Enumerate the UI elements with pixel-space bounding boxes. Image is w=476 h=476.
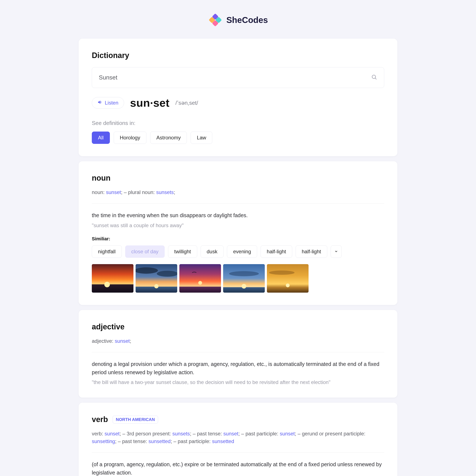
similar-chip[interactable]: dusk [201, 245, 224, 258]
similar-label: Similiar: [92, 236, 384, 242]
noun-definition: the time in the evening when the sun dis… [92, 211, 384, 220]
phonetic: /ˈsənˌset/ [175, 100, 198, 106]
similar-chip[interactable]: half-light [260, 245, 292, 258]
filter-chip-horology[interactable]: Horology [114, 132, 146, 144]
svg-point-15 [229, 271, 259, 276]
filter-chip-law[interactable]: Law [191, 132, 212, 144]
sunset-thumb-5[interactable] [267, 264, 308, 293]
svg-point-19 [286, 284, 290, 287]
noun-example: "sunset was still a couple of hours away… [92, 222, 384, 228]
adjective-forms: adjective: sunset; [92, 337, 384, 352]
word-form: sunsets [156, 189, 174, 195]
noun-forms: noun: sunset; – plural noun: sunsets; [92, 188, 384, 204]
similar-chip[interactable]: twillight [168, 245, 197, 258]
svg-point-11 [154, 284, 158, 288]
chevron-down-icon [334, 249, 338, 254]
similar-chip[interactable]: nightfall [92, 245, 122, 258]
sound-icon [98, 100, 102, 106]
word-form: sunsets [172, 431, 190, 437]
word-form: sunset [115, 338, 130, 344]
verb-definition: (of a program, agency, regulation, etc.)… [92, 460, 384, 476]
svg-rect-17 [267, 264, 308, 293]
similar-terms: nightfallclose of daytwillightduskevenin… [92, 245, 384, 258]
svg-rect-12 [179, 264, 221, 293]
svg-line-5 [375, 78, 376, 79]
search-box[interactable] [92, 67, 384, 88]
svg-point-13 [198, 281, 202, 285]
filter-chip-all[interactable]: All [92, 132, 110, 144]
sunset-thumb-1[interactable] [92, 264, 134, 293]
listen-button[interactable]: Listen [92, 97, 124, 109]
shecodes-logo-icon [208, 13, 222, 27]
verb-card: verb NORTH AMERICAN verb: sunset; – 3rd … [79, 403, 397, 476]
word-form: sunsetting [92, 438, 115, 444]
adjective-card: adjective adjective: sunset; denoting a … [79, 310, 397, 398]
svg-point-4 [372, 75, 375, 78]
svg-point-7 [104, 282, 110, 287]
word-form: sunset [104, 431, 120, 437]
filter-chip-astronomy[interactable]: Astronomy [150, 132, 187, 144]
verb-forms: verb: sunset; – 3rd person present: suns… [92, 430, 384, 453]
svg-point-16 [242, 284, 246, 289]
pos-title-verb: verb [92, 415, 108, 424]
svg-point-10 [157, 271, 177, 277]
similar-chip[interactable]: half-light [296, 245, 327, 258]
page-title: Dictionary [92, 51, 384, 60]
listen-label: Listen [105, 100, 118, 106]
pos-title-noun: noun [92, 174, 384, 183]
headword: sun·set [130, 97, 170, 109]
pos-title-adjective: adjective [92, 322, 384, 331]
sunset-thumb-2[interactable] [136, 264, 177, 293]
svg-point-9 [136, 267, 158, 274]
svg-point-18 [269, 271, 294, 275]
word-form: sunsetted [212, 438, 234, 444]
see-definitions-label: See definitions in: [92, 120, 384, 126]
verb-region-badge: NORTH AMERICAN [113, 416, 158, 424]
sunset-thumb-3[interactable] [179, 264, 221, 293]
noun-card: noun noun: sunset; – plural noun: sunset… [79, 161, 397, 305]
dictionary-header-card: Dictionary Listen sun·set /ˈsənˌset/ See… [79, 39, 397, 156]
search-input[interactable] [99, 74, 371, 81]
word-form: sunsetted [149, 438, 171, 444]
word-form: sunset [280, 431, 295, 437]
filter-chips: AllHorologyAstronomyLaw [92, 132, 384, 144]
logo: SheCodes [79, 13, 397, 28]
sunset-thumb-4[interactable] [223, 264, 265, 293]
search-icon[interactable] [371, 74, 377, 81]
adjective-example: "the bill will have a two-year sunset cl… [92, 379, 384, 385]
image-thumbnails [92, 264, 384, 293]
word-form: sunset [106, 189, 121, 195]
similar-chip[interactable]: evening [227, 245, 257, 258]
svg-rect-6 [92, 264, 134, 293]
similar-chip[interactable]: close of day [125, 245, 165, 258]
expand-similar-button[interactable] [331, 245, 342, 258]
logo-text: SheCodes [226, 15, 268, 25]
adjective-definition: denoting a legal provision under which a… [92, 360, 384, 376]
word-form: sunset [223, 431, 238, 437]
